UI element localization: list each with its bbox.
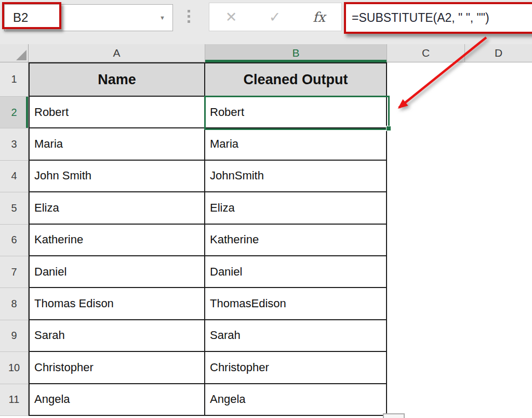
row-header-1[interactable]: 1 — [0, 62, 29, 97]
dot-icon — [188, 15, 190, 18]
cleaned-cell[interactable]: Eliza — [205, 192, 387, 224]
table-row: 4 John Smith JohnSmith — [0, 161, 532, 192]
column-header-c[interactable]: C — [387, 44, 465, 62]
table-row: 5 Eliza Eliza — [0, 192, 532, 224]
row-header[interactable]: 8 — [0, 288, 29, 320]
cleaned-cell[interactable]: Sarah — [205, 320, 387, 352]
table-row: 9 Sarah Sarah — [0, 320, 532, 352]
cleaned-cell[interactable]: JohnSmith — [205, 161, 387, 192]
dot-icon — [188, 20, 190, 23]
cell-b1[interactable]: Cleaned Output — [205, 62, 387, 97]
row-header[interactable]: 7 — [0, 256, 29, 288]
name-cell[interactable]: Sarah — [29, 320, 205, 352]
name-cell[interactable]: Daniel — [29, 256, 205, 288]
cell-a1[interactable]: Name — [29, 62, 205, 97]
name-cell[interactable]: John Smith — [29, 161, 205, 192]
enter-icon[interactable]: ✓ — [269, 9, 281, 25]
name-cell[interactable]: Robert — [29, 97, 205, 128]
column-header-d[interactable]: D — [465, 44, 532, 62]
data-rows: 2 Robert Robert 3 Maria Maria 4 John Smi… — [0, 97, 532, 416]
table-row: 7 Daniel Daniel — [0, 256, 532, 288]
select-all-button[interactable] — [0, 44, 29, 62]
table-row: 10 Christopher Christopher — [0, 352, 532, 384]
row-header[interactable]: 2 — [0, 97, 29, 128]
fill-handle[interactable] — [386, 126, 391, 131]
cancel-icon[interactable]: ✕ — [225, 9, 237, 25]
row-header[interactable]: 3 — [0, 128, 29, 160]
formula-bar-resize-handle[interactable] — [188, 10, 190, 23]
name-cell[interactable]: Maria — [29, 128, 205, 160]
column-header-row: A B C D — [0, 44, 532, 62]
table-row: 2 Robert Robert — [0, 97, 532, 128]
name-box-dropdown-icon[interactable]: ▼ — [159, 15, 165, 21]
dot-icon — [188, 10, 190, 12]
row-header[interactable]: 4 — [0, 161, 29, 192]
excel-substitute-screenshot: { "toolbar": { "name_box_value": "B2", "… — [0, 0, 532, 418]
name-cell[interactable]: Thomas Edison — [29, 288, 205, 320]
name-cell[interactable]: Katherine — [29, 225, 205, 256]
cleaned-cell[interactable]: Christopher — [205, 352, 387, 384]
row-header[interactable]: 9 — [0, 320, 29, 352]
cleaned-cell[interactable]: ThomasEdison — [205, 288, 387, 320]
toolbar: B2 ▼ ✕ ✓ fx =SUBSTITUTE(A2, " ", "") — [0, 0, 532, 44]
row-header[interactable]: 11 — [0, 384, 29, 416]
table-row: 6 Katherine Katherine — [0, 225, 532, 256]
cleaned-cell[interactable]: Katherine — [205, 225, 387, 256]
row-header[interactable]: 10 — [0, 352, 29, 384]
name-cell[interactable]: Eliza — [29, 192, 205, 224]
annotation-red-box-name — [2, 2, 61, 29]
formula-bar[interactable]: =SUBSTITUTE(A2, " ", "") — [344, 2, 532, 34]
cleaned-cell[interactable]: Daniel — [205, 256, 387, 288]
formula-text: =SUBSTITUTE(A2, " ", "") — [346, 11, 489, 25]
table-row: 8 Thomas Edison ThomasEdison — [0, 288, 532, 320]
spreadsheet: A B C D 1 Name Cleaned Output 2 Robert R… — [0, 44, 532, 418]
autofill-options-button[interactable] — [383, 413, 405, 418]
cleaned-cell[interactable]: Robert — [205, 97, 387, 128]
row-header[interactable]: 5 — [0, 192, 29, 224]
column-header-a[interactable]: A — [29, 44, 205, 62]
table-row: 3 Maria Maria — [0, 128, 532, 160]
column-header-b[interactable]: B — [205, 44, 387, 62]
row-header[interactable]: 6 — [0, 225, 29, 256]
insert-function-icon[interactable]: fx — [313, 9, 325, 25]
name-cell[interactable]: Angela — [29, 384, 205, 416]
formula-buttons: ✕ ✓ fx — [209, 3, 342, 31]
cleaned-cell[interactable]: Angela — [205, 384, 387, 416]
name-cell[interactable]: Christopher — [29, 352, 205, 384]
select-all-triangle-icon — [16, 50, 26, 60]
table-header-row: 1 Name Cleaned Output — [0, 62, 532, 97]
table-row: 11 Angela Angela — [0, 384, 532, 416]
cleaned-cell[interactable]: Maria — [205, 128, 387, 160]
